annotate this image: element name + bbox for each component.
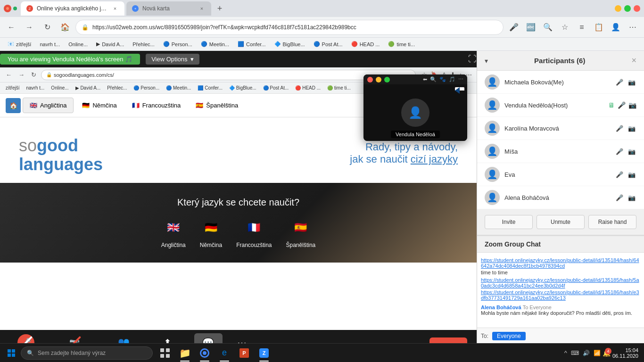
bookmark-8[interactable]: 🟦 Confer... (234, 40, 270, 48)
lang-french-item[interactable]: 🇫🇷 Francouzština (236, 217, 272, 248)
translate-icon[interactable]: 🔤 (523, 20, 538, 35)
bookmark-7[interactable]: 🔵 Meetin... (197, 40, 233, 48)
bookmark-12[interactable]: 🟢 time ti... (384, 40, 419, 48)
tab-close-button[interactable]: × (111, 5, 119, 12)
search-icon[interactable]: 🔍 (540, 20, 555, 35)
lang-german-item[interactable]: 🇩🇪 Němčina (200, 217, 222, 248)
unmute-all-button[interactable]: Unmute (537, 215, 585, 229)
language-icons-row: 🇬🇧 Angličtina 🇩🇪 Němčina 🇫🇷 Francouzštin… (161, 217, 315, 248)
bookmark-9[interactable]: 🔷 BigBlue... (271, 40, 309, 48)
taskbar-notification-bell[interactable]: 🔔 4 (603, 349, 611, 357)
website-nav-french[interactable]: 🇫🇷 Francouzština (125, 98, 188, 113)
shared-bm-5[interactable]: Přehlec... (104, 84, 130, 91)
minimize-button[interactable] (615, 5, 621, 12)
microphone-icon[interactable]: 🎤 (506, 20, 521, 35)
taskbar-chrome[interactable] (195, 344, 214, 362)
website-home-icon[interactable]: 🏠 (6, 98, 21, 113)
shared-bm-9[interactable]: 🔷 BigBlue... (226, 84, 259, 91)
lang-english-item[interactable]: 🇬🇧 Angličtina (161, 217, 186, 248)
participants-collapse-icon[interactable]: ▾ (485, 57, 488, 65)
bookmark-6[interactable]: 🔵 Person... (159, 40, 196, 48)
participant-list: 👤 Michaela Boková(Me) 🎤 📷 👤 Vendula Nedě… (477, 71, 644, 209)
taskbar-view-button[interactable] (156, 344, 174, 362)
taskbar-clock: 15:04 06.11.2020 (612, 347, 638, 359)
p2-share-icon: 🖥 (608, 101, 615, 109)
tab2-close-button[interactable]: × (198, 5, 206, 12)
popup-close-ctrl[interactable] (367, 77, 373, 82)
active-tab[interactable]: Z Online výuka anglického ja... × (21, 1, 124, 16)
taskbar-edge[interactable]: e (215, 344, 234, 362)
shared-forward-btn[interactable]: → (17, 70, 26, 79)
fullscreen-icon[interactable]: ⛶ (468, 54, 477, 64)
shared-bm-3[interactable]: Online... (48, 84, 71, 91)
shared-back-btn[interactable]: ← (4, 70, 14, 79)
raise-hand-button[interactable]: Raise hand (588, 215, 636, 229)
view-options-label: View Options (151, 56, 187, 63)
forward-button[interactable]: → (22, 20, 37, 35)
reload-button[interactable]: ↻ (40, 20, 55, 35)
taskbar-zoom[interactable]: Z (255, 344, 273, 362)
website-nav-german[interactable]: 🇩🇪 Němčina (75, 98, 123, 113)
taskbar-powerpoint[interactable]: P (235, 344, 254, 362)
popup-controls (367, 77, 390, 82)
vendula-avatar: 👤 (401, 99, 429, 127)
address-bar[interactable]: 🔒 https://us02web.zoom.us/wc/88916505989… (75, 20, 504, 35)
back-button[interactable]: ← (4, 20, 19, 35)
bookmark-1[interactable]: 📧 zítřejší (4, 40, 35, 48)
chat-to-everyone-selector[interactable]: Everyone (492, 332, 526, 340)
bookmark-3-label: Online... (68, 41, 88, 47)
shared-bm-7[interactable]: 🔵 Meetin... (163, 84, 194, 91)
new-tab-button[interactable]: + (213, 2, 226, 15)
taskbar-wifi-icon[interactable]: 📶 (594, 350, 601, 356)
shared-reload-btn[interactable]: ↻ (29, 70, 38, 79)
start-button[interactable] (2, 344, 21, 362)
shared-bm-4[interactable]: ▶ David A... (73, 84, 104, 91)
popup-min-ctrl[interactable] (376, 77, 381, 82)
shared-bm-11[interactable]: 🔴 HEAD ... (292, 84, 323, 91)
shared-bm-10[interactable]: 🔵 Post At... (260, 84, 292, 91)
shared-bm-1[interactable]: zítřejší (3, 84, 22, 91)
shared-address-bar[interactable]: 🔒 sogoodlanguages.com/cs/ (41, 70, 416, 80)
p2-mic-icon: 🎤 (618, 101, 626, 109)
close-window-button[interactable] (634, 5, 640, 12)
taskbar-keyboard-icon[interactable]: ⌨ (571, 350, 579, 356)
shared-bm-2[interactable]: navrh t... (23, 84, 47, 91)
chat-link-2[interactable]: https://student.onlinejazyky.cz/lesson/p… (481, 277, 640, 288)
lang-spanish-item[interactable]: 🇪🇸 Španělština (286, 217, 316, 248)
taskbar-search[interactable]: 🔍 Sem zadejte hledaný výraz (21, 346, 153, 360)
chat-link-1[interactable]: https://student.onlinejazyky.cz/lesson/p… (481, 257, 640, 269)
shared-bm-12[interactable]: 🟢 time ti... (324, 84, 354, 91)
profile-icon[interactable]: 👤 (608, 20, 623, 35)
shared-bm-8[interactable]: 🟦 Confer... (195, 84, 225, 91)
shared-bm-6[interactable]: 🔵 Person... (131, 84, 162, 91)
bookmark-5[interactable]: Přehlec... (129, 41, 158, 48)
taskbar-volume-icon[interactable]: 🔊 (583, 350, 590, 356)
star-icon[interactable]: ☆ (557, 20, 572, 35)
inactive-tab[interactable]: + Nová karta × (126, 1, 211, 16)
participant-controls-1: 🎤 📷 (615, 77, 636, 87)
collections-icon[interactable]: 📋 (591, 20, 606, 35)
home-button[interactable]: 🏠 (58, 20, 73, 35)
taskbar-carets-icon[interactable]: ^ (564, 349, 567, 356)
reader-icon[interactable]: ≡ (574, 20, 589, 35)
bookmark-3[interactable]: Online... (65, 41, 91, 48)
chat-link-3[interactable]: https://student.onlinejazyky.cz/lesson/p… (481, 289, 640, 301)
chat-message-text: Mohla byste nám nějaké linky doporučit? … (481, 310, 640, 316)
bookmark-10[interactable]: 🔵 Post At... (310, 40, 347, 48)
lang-french-flag: 🇫🇷 (244, 217, 264, 238)
website-nav-english[interactable]: 🇬🇧 Angličtina (23, 98, 74, 113)
website-nav-spanish[interactable]: 🇪🇸 Španělština (189, 98, 245, 113)
participant-name-1: Michaela Boková(Me) (504, 79, 610, 86)
participants-panel-close[interactable]: × (631, 56, 636, 66)
view-options-button[interactable]: View Options ▾ (146, 54, 199, 65)
taskbar-file-explorer[interactable]: 📁 (175, 344, 194, 362)
p6-cam-icon: 📷 (627, 193, 636, 202)
invite-button[interactable]: Invite (485, 215, 533, 229)
taskbar-search-icon: 🔍 (27, 350, 34, 356)
bookmark-11[interactable]: 🔴 HEAD ... (347, 40, 384, 48)
maximize-button[interactable] (624, 5, 631, 12)
bookmark-2[interactable]: navrh t... (36, 41, 64, 48)
bookmark-4[interactable]: ▶ David A... (92, 40, 128, 48)
popup-max-ctrl[interactable] (384, 77, 390, 82)
more-options-icon[interactable]: ⋯ (625, 20, 640, 35)
